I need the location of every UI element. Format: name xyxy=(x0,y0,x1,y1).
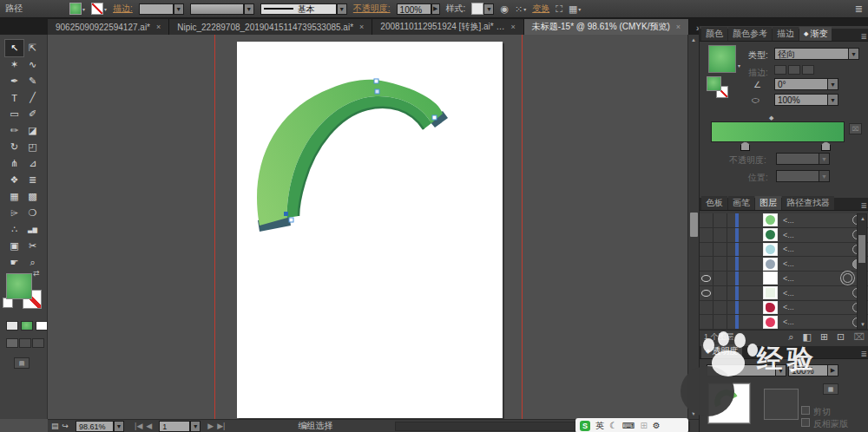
clip-checkbox[interactable]: 剪切 xyxy=(801,406,831,418)
chevron-down-icon[interactable]: ▾ xyxy=(738,62,740,69)
keyboard-icon[interactable]: ⌨ xyxy=(622,421,635,430)
rectangle-tool[interactable]: ▭ xyxy=(5,106,23,122)
style-dropdown[interactable]: ▼ xyxy=(483,3,494,15)
symbol-screener-tool[interactable]: ≣ xyxy=(23,172,42,188)
close-icon[interactable]: × xyxy=(156,23,161,31)
lock-cell[interactable] xyxy=(713,213,727,227)
tab-stroke[interactable]: 描边 xyxy=(773,27,799,41)
moon-icon[interactable]: ☾ xyxy=(609,421,617,430)
type-tool[interactable]: T xyxy=(5,89,23,106)
delete-stop-icon[interactable]: ⌧ xyxy=(849,123,862,134)
new-layer-icon[interactable]: ⊡ xyxy=(837,331,845,343)
preferences-icon[interactable]: ⁙▾ xyxy=(515,3,526,15)
next-artboard-button[interactable]: ▶ xyxy=(207,422,214,430)
stroke-weight-dropdown[interactable]: ▼ xyxy=(174,3,184,15)
gradient-mode-button[interactable] xyxy=(21,321,33,331)
tab-color-guide[interactable]: 颜色参考 xyxy=(728,27,772,41)
arrange-icon[interactable]: ▦▾ xyxy=(569,3,581,15)
stroke-weight-input[interactable] xyxy=(139,3,174,15)
close-icon[interactable]: × xyxy=(510,23,515,31)
layer-label[interactable]: <... xyxy=(783,317,794,326)
new-sublayer-icon[interactable]: ⊞ xyxy=(820,331,828,343)
chevron-down-icon[interactable]: ▼ xyxy=(828,94,838,106)
style-swatch[interactable] xyxy=(471,3,483,15)
ime-toolbar[interactable]: S 英 ☾ ⌨ ⊞ ⚙ xyxy=(575,418,688,432)
lock-cell[interactable] xyxy=(713,315,727,329)
gradient-tool[interactable]: ▩ xyxy=(23,188,42,205)
stroke-color-control[interactable]: ▾ xyxy=(91,3,107,15)
gradient-aspect-field[interactable]: 100% xyxy=(774,94,828,106)
paintbrush-tool[interactable]: ✐ xyxy=(23,106,42,122)
panel-menu-icon[interactable]: ≣ xyxy=(860,32,867,41)
screen-mode-button[interactable]: ▤ xyxy=(14,357,30,369)
scroll-up-icon[interactable]: ▲ xyxy=(688,35,699,45)
layer-row[interactable]: <... xyxy=(700,315,868,330)
vertical-scrollbar[interactable]: ▲ ▼ xyxy=(687,35,699,419)
artboard[interactable] xyxy=(237,42,503,418)
draw-normal-button[interactable] xyxy=(6,338,18,348)
visibility-cell[interactable] xyxy=(700,286,713,300)
width-tool[interactable]: ⋔ xyxy=(5,155,23,172)
arc-artwork[interactable] xyxy=(237,42,503,418)
graph-tool[interactable]: ▃▆ xyxy=(23,221,42,238)
perspective-grid-tool[interactable]: ⊿ xyxy=(23,155,42,172)
close-icon[interactable]: × xyxy=(676,23,681,31)
layer-label[interactable]: <... xyxy=(783,231,794,239)
free-transform-tool[interactable]: ◰ xyxy=(23,139,42,155)
mask-slot[interactable] xyxy=(764,389,799,420)
layer-row[interactable]: <... xyxy=(700,257,868,272)
opacity-input[interactable]: 100% xyxy=(397,3,431,15)
opacity-popper[interactable]: ▶ xyxy=(431,3,440,15)
stroke-link[interactable]: 描边: xyxy=(113,3,133,15)
hand-tool[interactable]: ☛ xyxy=(5,254,23,271)
visibility-cell[interactable] xyxy=(700,301,713,315)
make-mask-icon[interactable]: ◧ xyxy=(802,331,811,343)
layer-label[interactable]: <... xyxy=(783,274,794,283)
line-tool[interactable]: ╱ xyxy=(23,89,42,106)
wrench-icon[interactable]: ⚙ xyxy=(653,421,661,430)
visibility-cell[interactable] xyxy=(700,315,713,329)
tab-brushes[interactable]: 画笔 xyxy=(728,196,754,210)
blend-mode-select[interactable] xyxy=(707,364,776,376)
direct-selection-tool[interactable]: ⇱ xyxy=(23,40,42,56)
layer-row[interactable]: <... xyxy=(700,243,868,258)
layer-label[interactable]: <... xyxy=(783,303,794,311)
slice-tool[interactable]: ✂ xyxy=(23,238,42,254)
document-tab[interactable]: 2008110112951924 [转换].ai* … × xyxy=(372,19,523,35)
pen-tool[interactable]: ✒ xyxy=(5,73,23,89)
stroke-swatch[interactable] xyxy=(91,3,103,15)
mini-fill-well[interactable] xyxy=(707,76,721,91)
opacity-link[interactable]: 不透明度: xyxy=(353,3,391,15)
chevron-down-icon[interactable]: ▼ xyxy=(776,364,786,376)
mask-options-button[interactable]: ▦ xyxy=(823,383,838,395)
visibility-cell[interactable] xyxy=(700,228,713,242)
invert-mask-checkbox[interactable]: 反相蒙版 xyxy=(801,418,848,430)
visibility-cell[interactable] xyxy=(700,272,713,285)
chevron-down-icon[interactable]: ▼ xyxy=(828,78,838,90)
layers-scrollbar[interactable]: ▲ ▼ xyxy=(857,213,867,330)
brush-definition[interactable]: 基本 xyxy=(260,3,337,15)
artboard-number-field[interactable]: 1 xyxy=(159,421,190,432)
opacity-popper[interactable]: ▶ xyxy=(828,364,838,376)
scroll-down-icon[interactable]: ▼ xyxy=(858,320,868,329)
scroll-down-icon[interactable]: ▼ xyxy=(688,409,699,419)
stroke-along-button[interactable] xyxy=(788,65,800,75)
zoom-level-field[interactable]: 98.61% xyxy=(76,421,114,432)
transparency-opacity-field[interactable]: 100% xyxy=(788,364,828,376)
mesh-tool[interactable]: ▦ xyxy=(5,188,23,205)
locate-object-icon[interactable]: ⌕ xyxy=(788,331,793,343)
lock-cell[interactable] xyxy=(713,257,727,271)
layer-label[interactable]: <... xyxy=(783,289,794,298)
shape-builder-tool[interactable]: ❖ xyxy=(5,172,23,188)
lock-cell[interactable] xyxy=(713,301,727,315)
layer-row[interactable]: <... xyxy=(700,213,868,228)
prev-artboard-button[interactable]: ◀ xyxy=(146,422,152,430)
fill-color-control[interactable]: ▾ xyxy=(69,3,85,15)
symbol-sprayer-tool[interactable]: ∴ xyxy=(5,221,23,238)
sogou-logo-icon[interactable]: S xyxy=(580,421,590,431)
visibility-cell[interactable] xyxy=(700,257,713,271)
rotate-tool[interactable]: ↻ xyxy=(5,139,23,155)
zoom-dropdown[interactable]: ▼ xyxy=(114,421,124,432)
gradient-midpoint-marker[interactable]: ◆ xyxy=(769,115,773,121)
tab-color[interactable]: 颜色 xyxy=(701,27,727,41)
